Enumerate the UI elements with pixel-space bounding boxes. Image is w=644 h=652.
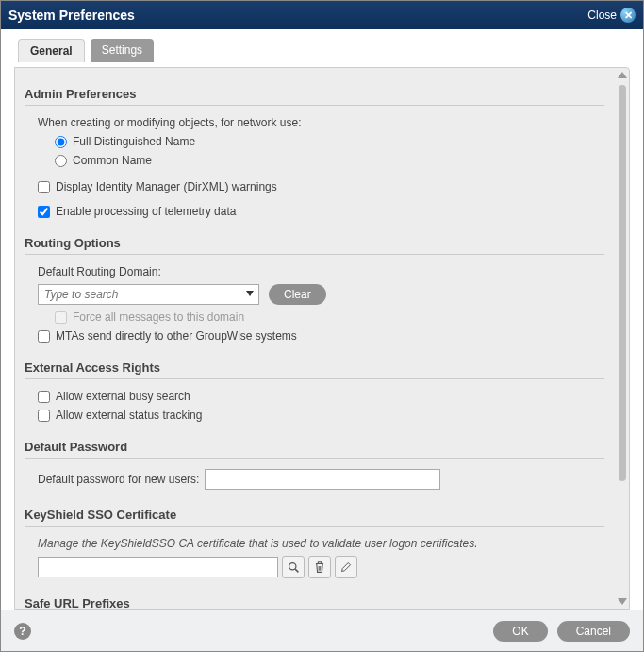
scroll-up-icon <box>618 72 627 78</box>
dialog-body: General Settings Admin Preferences When … <box>1 29 643 610</box>
default-domain-combo[interactable] <box>38 284 259 305</box>
section-safeurl-heading: Safe URL Prefixes <box>25 591 604 609</box>
close-label: Close <box>587 8 617 22</box>
label-default-pw: Default password for new users: <box>38 473 199 486</box>
section-defaultpw-heading: Default Password <box>25 434 604 459</box>
content-wrap: Admin Preferences When creating or modif… <box>14 67 630 610</box>
admin-intro: When creating or modifying objects, for … <box>38 113 604 132</box>
label-full-dn: Full Distinguished Name <box>73 135 195 148</box>
tab-general[interactable]: General <box>18 39 85 62</box>
label-default-domain: Default Routing Domain: <box>38 262 604 281</box>
tabs: General Settings <box>1 29 643 62</box>
footer: ? OK Cancel <box>1 610 643 651</box>
help-button[interactable]: ? <box>14 623 31 640</box>
search-icon <box>288 561 300 574</box>
ok-button[interactable]: OK <box>493 621 547 642</box>
checkbox-mtas-direct[interactable] <box>38 330 50 343</box>
close-button[interactable]: Close ✕ <box>587 8 636 23</box>
checkbox-telemetry[interactable] <box>38 206 50 218</box>
default-domain-input[interactable] <box>38 284 259 305</box>
pencil-icon <box>340 561 352 573</box>
checkbox-force-all <box>55 311 67 324</box>
tab-settings[interactable]: Settings <box>91 39 154 62</box>
section-keyshield-heading: KeyShield SSO Certificate <box>25 502 604 527</box>
scroll-thumb[interactable] <box>619 85 626 481</box>
label-mtas-direct: MTAs send directly to other GroupWise sy… <box>56 329 297 343</box>
close-icon: ✕ <box>620 8 636 23</box>
section-admin-heading: Admin Preferences <box>25 81 604 106</box>
label-ext-busy: Allow external busy search <box>56 390 190 403</box>
window-title: System Preferences <box>8 8 135 23</box>
checkbox-ext-busy[interactable] <box>38 391 50 403</box>
content-scroll: Admin Preferences When creating or modif… <box>15 68 614 609</box>
clear-button[interactable]: Clear <box>269 284 326 305</box>
scroll-down-icon <box>618 598 627 605</box>
default-password-input[interactable] <box>205 469 440 490</box>
label-common-name: Common Name <box>73 154 152 167</box>
label-force-all: Force all messages to this domain <box>73 310 244 324</box>
checkbox-dirxml[interactable] <box>38 181 50 193</box>
checkbox-ext-status[interactable] <box>38 410 50 422</box>
keyshield-search-button[interactable] <box>282 556 305 578</box>
svg-point-0 <box>289 562 295 569</box>
system-preferences-dialog: System Preferences Close ✕ General Setti… <box>0 0 644 652</box>
section-extaccess-heading: External Access Rights <box>25 355 604 379</box>
keyshield-delete-button[interactable] <box>308 556 331 578</box>
section-routing-heading: Routing Options <box>25 230 604 255</box>
radio-common-name[interactable] <box>55 155 67 167</box>
scrollbar[interactable] <box>618 72 627 605</box>
radio-full-dn[interactable] <box>55 136 67 148</box>
keyshield-cert-input <box>38 557 278 577</box>
svg-line-1 <box>295 569 298 572</box>
trash-icon <box>314 561 325 574</box>
keyshield-desc: Manage the KeyShieldSSO CA certificate t… <box>38 534 604 553</box>
cancel-button[interactable]: Cancel <box>557 621 630 642</box>
label-telemetry: Enable processing of telemetry data <box>56 205 236 218</box>
titlebar: System Preferences Close ✕ <box>1 1 643 29</box>
keyshield-edit-button[interactable] <box>335 556 357 578</box>
label-ext-status: Allow external status tracking <box>56 409 202 422</box>
label-dirxml: Display Identity Manager (DirXML) warnin… <box>56 180 277 193</box>
